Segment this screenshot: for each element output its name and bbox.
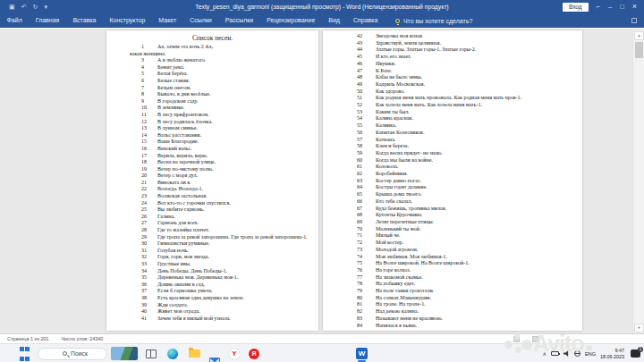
list-item: 74Моя любимая. Моя любимая-1.: [323, 254, 582, 261]
document-page-1[interactable]: Список песен. 1Ах, зачем эта ночь 2 Ах,к…: [106, 30, 318, 331]
ribbon-tab-главная[interactable]: Главная: [29, 13, 66, 28]
page-indicator[interactable]: Страница 1 из 201: [7, 336, 48, 341]
list-item: 64Костры горят далекие.: [323, 184, 582, 191]
list-item: 35Деревенька моя. Деревенька моя-1.: [106, 274, 318, 282]
ribbon-tab-рецензирование[interactable]: Рецензирование: [260, 13, 322, 28]
list-item: 80На сопках Маньчжурии.: [323, 295, 582, 302]
search-placeholder: Поиск: [71, 350, 88, 357]
edge-browser-icon[interactable]: [167, 349, 178, 359]
list-item: 1Ах, зачем эта ночь 2 Ах,: [106, 44, 318, 51]
system-tray: ∧ ENG 9:47 18.06.2023 1: [542, 344, 644, 362]
save-icon[interactable]: ▣: [9, 0, 15, 13]
ribbon-collapse-icon[interactable]: [631, 18, 637, 23]
list-item: какая женщина.: [106, 51, 318, 58]
list-item: 76На горе колхоз.: [323, 267, 582, 274]
tray-expand-icon[interactable]: ∧: [542, 350, 546, 357]
list-item: 56Капитан Колесников.: [323, 130, 582, 137]
sign-in-button[interactable]: Вход: [563, 3, 589, 12]
widgets-weather-icon[interactable]: [111, 347, 138, 360]
list-item: 22Вологда. Вологда-1.: [106, 186, 318, 193]
ribbon-tab-конструктор[interactable]: Конструктор: [103, 13, 152, 28]
mail-icon[interactable]: [209, 358, 220, 362]
ribbon-tab-справка[interactable]: Справка: [346, 13, 384, 28]
list-item: 29Где тропа за рекой запорошена. Где тро…: [106, 234, 318, 241]
list-item: 23Волжская застольная.: [106, 193, 318, 200]
list-item: 48Кабы не было зимы.: [323, 74, 582, 81]
clock[interactable]: 9:47 18.06.2023: [600, 348, 624, 359]
list-item: 38Есть красивая одна девушка на земле.: [106, 295, 318, 302]
list-item: 66Кто тебе сказал.: [323, 198, 582, 206]
list-item: 72Мой костер.: [323, 240, 582, 247]
start-button[interactable]: [19, 344, 30, 362]
list-item: 33Грустные ивы.: [106, 261, 318, 268]
ribbon-tab-файл[interactable]: Файл: [0, 13, 29, 28]
list-item: 7Белым снегом.: [106, 85, 318, 92]
list-item: 45И кто его знает.: [323, 54, 582, 61]
qat-dropdown-icon[interactable]: ▾: [44, 0, 47, 13]
quick-access-toolbar: ▣ ↶ ↻ ▾: [9, 0, 47, 13]
list-item: 24Вот кто-то с горочки спустился.: [106, 200, 318, 207]
undo-icon[interactable]: ↶: [21, 0, 27, 13]
ribbon-tab-макет[interactable]: Макет: [152, 13, 183, 28]
list-item: 11В лесу прифронтовом.: [106, 112, 318, 119]
list-item: 63Костер давно погас.: [323, 178, 582, 185]
ribbon-tab-вставка[interactable]: Вставка: [66, 13, 103, 28]
tell-me-box[interactable]: Что вы хотите сделать?: [395, 18, 472, 24]
ribbon-display-options-icon[interactable]: ⌐: [597, 0, 600, 13]
search-input[interactable]: Поиск: [38, 348, 107, 360]
task-view-icon[interactable]: [146, 349, 157, 358]
list-item: 21Виновата ли я.: [106, 180, 318, 187]
network-icon[interactable]: [574, 350, 580, 357]
scroll-up-icon[interactable]: ▲: [634, 31, 644, 40]
notifications-icon[interactable]: 1: [631, 349, 640, 358]
list-item: 31Голубая ночь.: [106, 248, 318, 255]
ribbon-tab-bar: ФайлГлавнаяВставкаКонструкторМакетСсылки…: [0, 13, 644, 28]
restore-button[interactable]: □: [620, 0, 624, 13]
battery-icon[interactable]: [551, 351, 559, 356]
list-item: 59Когда весна придет- не знаю.: [323, 150, 582, 157]
minimize-button[interactable]: –: [608, 0, 612, 13]
view-mode-buttons: [513, 336, 538, 342]
list-item: 84Напилася я пьяна.: [323, 323, 582, 330]
redo-icon[interactable]: ↻: [33, 0, 38, 13]
yandex-browser-icon[interactable]: Y: [229, 349, 240, 359]
list-item: 62Коробейники.: [323, 171, 582, 178]
list-item: 26Галина.: [106, 214, 318, 221]
vertical-scrollbar[interactable]: ▲ ▼: [632, 30, 644, 333]
list-item: 78На побывку едет.: [323, 281, 582, 288]
word-count[interactable]: Число слов: 24340: [61, 336, 103, 341]
scroll-down-icon[interactable]: ▼: [634, 324, 644, 333]
list-item: 60Когда мы были на войне.: [323, 157, 582, 164]
list-item: 28Где то жалейка плачет.: [106, 227, 318, 234]
list-item: 43Здравствуй, земля целинная.: [323, 40, 582, 47]
list-item: 20Ветер с моря дул.: [106, 173, 318, 180]
tell-me-label: Что вы хотите сделать?: [403, 18, 472, 24]
ribbon-tab-рассылки[interactable]: Рассылки: [218, 13, 259, 28]
list-item: 52Как хотела меня мать. Как хотела меня …: [323, 102, 582, 109]
scrollbar-thumb[interactable]: [635, 42, 643, 58]
list-item: 71Милый че.: [323, 232, 582, 240]
list-item: 12В лесу родилась ёлочка.: [106, 119, 318, 126]
file-explorer-icon[interactable]: [189, 349, 200, 358]
list-item: 50Как здорово.: [323, 88, 582, 96]
list-item: 25Вы любите гармонь.: [106, 206, 318, 214]
word-app-icon[interactable]: W: [356, 348, 368, 359]
ribbon-tab-ссылки[interactable]: Ссылки: [183, 13, 219, 28]
list-item: 57Катюша.: [323, 137, 582, 144]
document-page-2[interactable]: 42Звездочка моя ясная.43Здравствуй, земл…: [323, 30, 582, 331]
language-indicator[interactable]: ENG: [585, 351, 596, 357]
print-layout-button[interactable]: [532, 336, 538, 342]
list-item: 75На Волге широкой. На Волге широкой-1.: [323, 260, 582, 267]
list-item: 79На поле танки грохотали.: [323, 288, 582, 295]
list-item: 37Если б гармошка умела.: [106, 288, 318, 295]
volume-icon[interactable]: [564, 350, 570, 357]
yandex-icon[interactable]: Я: [249, 349, 259, 359]
close-button[interactable]: ×: [632, 0, 637, 13]
ribbon-tab-вид[interactable]: Вид: [322, 13, 347, 28]
status-bar: Страница 1 из 201 Число слов: 24340: [0, 333, 644, 343]
list-item: 77На знакомой скамье.: [323, 274, 582, 282]
window-title: Texty_pesen_dlya_garmoni (защищенный про…: [0, 0, 644, 13]
list-item: 39Жди солдата.: [106, 302, 318, 309]
list-item: 3А я люблю женатого.: [106, 57, 318, 64]
read-mode-button[interactable]: [513, 336, 520, 342]
